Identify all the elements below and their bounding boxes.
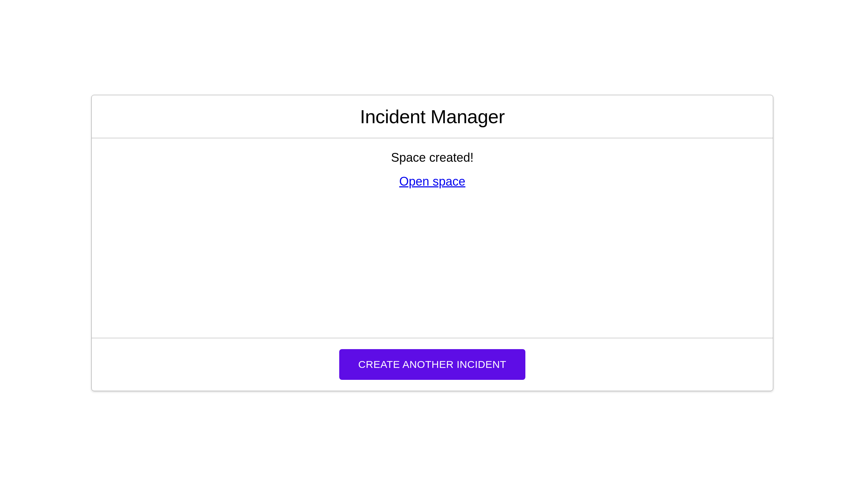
- card-header: Incident Manager: [92, 95, 773, 138]
- card-body: Space created! Open space: [92, 138, 773, 338]
- status-message: Space created!: [99, 151, 766, 165]
- incident-manager-card: Incident Manager Space created! Open spa…: [91, 95, 773, 391]
- page-title: Incident Manager: [99, 105, 766, 128]
- card-footer: CREATE ANOTHER INCIDENT: [92, 338, 773, 391]
- open-space-link[interactable]: Open space: [399, 174, 465, 188]
- create-another-incident-button[interactable]: CREATE ANOTHER INCIDENT: [339, 349, 525, 380]
